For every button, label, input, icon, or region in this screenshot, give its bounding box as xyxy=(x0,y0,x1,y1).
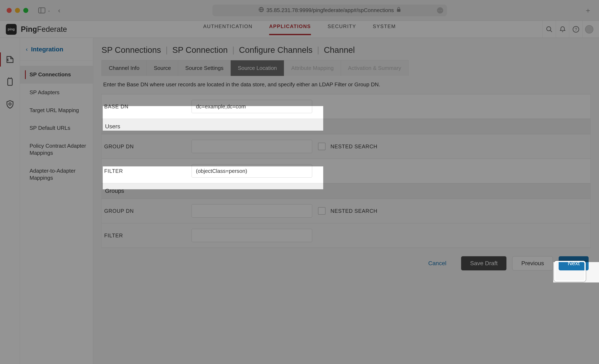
bell-icon xyxy=(559,26,566,33)
input-groups-group-dn[interactable] xyxy=(192,204,312,218)
save-draft-button[interactable]: Save Draft xyxy=(461,256,506,270)
svg-rect-0 xyxy=(38,8,45,13)
input-groups-filter[interactable] xyxy=(192,229,312,242)
sidebar-back[interactable]: ‹ Integration xyxy=(20,38,93,61)
sidebar-toggle-button[interactable]: ⌄ xyxy=(38,7,51,14)
label-group-dn: GROUP DN xyxy=(104,143,192,150)
sidebar-item-sp-connections[interactable]: SP Connections xyxy=(20,66,93,84)
brand-badge: ping xyxy=(6,24,17,35)
search-icon xyxy=(546,26,553,33)
breadcrumb-item[interactable]: SP Connection xyxy=(172,45,228,55)
sidebar-item-target-url-mapping[interactable]: Target URL Mapping xyxy=(20,101,93,119)
tab-source-location[interactable]: Source Location xyxy=(231,60,284,76)
fullscreen-window-icon[interactable] xyxy=(23,8,28,13)
label-filter-2: FILTER xyxy=(104,232,192,239)
brand: ping PingFederate xyxy=(6,24,67,35)
label-base-dn: BASE DN xyxy=(104,104,192,110)
browser-back-button[interactable]: ‹ xyxy=(58,6,60,14)
main-nav: AUTHENTICATION APPLICATIONS SECURITY SYS… xyxy=(203,24,396,35)
svg-text:?: ? xyxy=(575,27,577,32)
nav-security[interactable]: SECURITY xyxy=(328,24,356,35)
row-groups-group-dn: GROUP DN NESTED SEARCH xyxy=(102,199,590,223)
row-base-dn: BASE DN xyxy=(102,94,590,119)
page-actions-button[interactable]: ··· xyxy=(437,7,443,14)
tab-source[interactable]: Source xyxy=(147,60,178,76)
brand-text: PingFederate xyxy=(21,25,67,34)
tab-source-settings[interactable]: Source Settings xyxy=(178,60,231,76)
sidebar-title: Integration xyxy=(31,46,63,53)
svg-point-14 xyxy=(9,103,11,105)
label-filter: FILTER xyxy=(104,168,192,174)
input-users-filter[interactable] xyxy=(192,164,312,178)
section-groups: Groups xyxy=(102,183,590,199)
sidebar-icon xyxy=(38,7,45,14)
globe-icon xyxy=(258,7,264,14)
sidebar: ‹ Integration SP Connections SP Adapters… xyxy=(20,38,93,364)
header-icons: ? xyxy=(542,21,596,38)
checkbox-users-nested-search[interactable] xyxy=(318,143,326,150)
sidebar-item-adapter-to-adapter-mappings[interactable]: Adapter-to-Adapter Mappings xyxy=(20,162,93,187)
tab-activation-summary: Activation & Summary xyxy=(341,60,408,76)
sidebar-item-policy-contract-adapter-mappings[interactable]: Policy Contract Adapter Mappings xyxy=(20,137,93,162)
row-users-filter: FILTER xyxy=(102,159,590,183)
svg-rect-11 xyxy=(8,79,12,86)
instruction-text: Enter the Base DN where user records are… xyxy=(102,76,591,94)
breadcrumb-item[interactable]: Configure Channels xyxy=(239,45,313,55)
avatar-icon xyxy=(585,25,593,34)
next-button[interactable]: Next xyxy=(559,256,589,270)
wizard-footer: Cancel Save Draft Previous Next xyxy=(102,248,591,273)
svg-line-7 xyxy=(550,30,552,32)
app-header: ping PingFederate AUTHENTICATION APPLICA… xyxy=(0,21,599,38)
breadcrumb: SP Connections| SP Connection| Configure… xyxy=(102,45,591,55)
rail-adapters-icon[interactable] xyxy=(5,77,15,87)
input-base-dn[interactable] xyxy=(192,100,312,113)
breadcrumb-item[interactable]: SP Connections xyxy=(102,45,161,55)
search-button[interactable] xyxy=(542,21,556,38)
svg-point-6 xyxy=(546,27,551,31)
label-nested-search: NESTED SEARCH xyxy=(330,143,378,150)
help-button[interactable]: ? xyxy=(569,21,582,38)
sidebar-item-sp-adapters[interactable]: SP Adapters xyxy=(20,84,93,101)
main-content: SP Connections| SP Connection| Configure… xyxy=(93,38,599,364)
svg-rect-5 xyxy=(397,9,400,12)
rail-integration-icon[interactable] xyxy=(5,55,15,64)
help-icon: ? xyxy=(572,26,580,33)
address-bar[interactable]: 35.85.231.78:9999/pingfederate/app#/spCo… xyxy=(212,5,447,16)
nav-authentication[interactable]: AUTHENTICATION xyxy=(203,24,253,35)
row-groups-filter: FILTER xyxy=(102,223,590,248)
chevron-left-icon: ‹ xyxy=(26,46,28,53)
nav-applications[interactable]: APPLICATIONS xyxy=(269,24,311,35)
checkbox-groups-nested-search[interactable] xyxy=(318,207,326,215)
tab-attribute-mapping: Attribute Mapping xyxy=(284,60,341,76)
sidebar-item-sp-default-urls[interactable]: SP Default URLs xyxy=(20,119,93,137)
nav-system[interactable]: SYSTEM xyxy=(373,24,396,35)
wizard-tabs: Channel Info Source Source Settings Sour… xyxy=(102,60,591,76)
form-panel: BASE DN Users GROUP DN NESTED SEARCH FIL… xyxy=(102,94,591,248)
icon-rail xyxy=(0,38,20,364)
rail-security-icon[interactable] xyxy=(5,100,15,109)
window-controls xyxy=(7,8,28,13)
url-text: 35.85.231.78:9999/pingfederate/app#/spCo… xyxy=(266,7,394,14)
label-group-dn-2: GROUP DN xyxy=(104,208,192,214)
breadcrumb-item: Channel xyxy=(324,45,355,55)
input-users-group-dn[interactable] xyxy=(192,140,312,153)
close-window-icon[interactable] xyxy=(7,8,12,13)
label-nested-search-2: NESTED SEARCH xyxy=(330,208,378,214)
section-users: Users xyxy=(102,119,590,134)
browser-toolbar: ⌄ ‹ 35.85.231.78:9999/pingfederate/app#/… xyxy=(0,0,599,21)
new-tab-button[interactable]: ＋ xyxy=(584,6,591,15)
cancel-button[interactable]: Cancel xyxy=(419,256,455,270)
notifications-button[interactable] xyxy=(556,21,569,38)
tab-channel-info[interactable]: Channel Info xyxy=(102,60,147,76)
row-users-group-dn: GROUP DN NESTED SEARCH xyxy=(102,134,590,159)
lock-icon xyxy=(396,7,401,14)
account-button[interactable] xyxy=(582,21,596,38)
previous-button[interactable]: Previous xyxy=(512,256,553,270)
chevron-down-icon: ⌄ xyxy=(47,8,51,13)
minimize-window-icon[interactable] xyxy=(15,8,20,13)
